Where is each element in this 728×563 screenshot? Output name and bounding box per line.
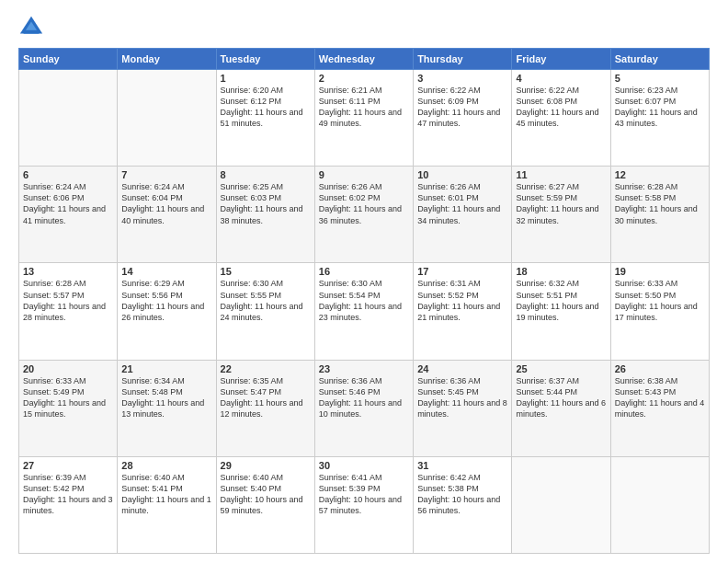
- calendar-cell: 27Sunrise: 6:39 AM Sunset: 5:42 PM Dayli…: [19, 456, 118, 553]
- calendar-week-2: 6Sunrise: 6:24 AM Sunset: 6:06 PM Daylig…: [19, 167, 710, 263]
- calendar-cell: 13Sunrise: 6:28 AM Sunset: 5:57 PM Dayli…: [19, 263, 118, 360]
- calendar-cell: 31Sunrise: 6:42 AM Sunset: 5:38 PM Dayli…: [414, 456, 512, 553]
- day-number: 30: [319, 460, 409, 471]
- day-info: Sunrise: 6:39 AM Sunset: 5:42 PM Dayligh…: [23, 472, 113, 517]
- calendar-cell: 10Sunrise: 6:26 AM Sunset: 6:01 PM Dayli…: [414, 167, 512, 263]
- day-info: Sunrise: 6:36 AM Sunset: 5:45 PM Dayligh…: [417, 375, 507, 420]
- day-info: Sunrise: 6:26 AM Sunset: 6:02 PM Dayligh…: [319, 181, 409, 226]
- day-info: Sunrise: 6:25 AM Sunset: 6:03 PM Dayligh…: [221, 181, 311, 226]
- calendar-cell: 14Sunrise: 6:29 AM Sunset: 5:56 PM Dayli…: [118, 263, 216, 360]
- day-number: 11: [516, 169, 606, 180]
- day-number: 28: [121, 460, 211, 471]
- day-number: 3: [417, 73, 507, 84]
- day-info: Sunrise: 6:23 AM Sunset: 6:07 PM Dayligh…: [615, 85, 705, 130]
- calendar-cell: [512, 456, 610, 553]
- day-info: Sunrise: 6:37 AM Sunset: 5:44 PM Dayligh…: [516, 375, 606, 420]
- calendar-header-row: SundayMondayTuesdayWednesdayThursdayFrid…: [19, 49, 710, 70]
- day-number: 29: [221, 460, 311, 471]
- day-number: 12: [615, 169, 705, 180]
- day-info: Sunrise: 6:28 AM Sunset: 5:57 PM Dayligh…: [23, 278, 113, 323]
- day-number: 31: [417, 460, 507, 471]
- day-info: Sunrise: 6:27 AM Sunset: 5:59 PM Dayligh…: [516, 181, 606, 226]
- day-info: Sunrise: 6:36 AM Sunset: 5:46 PM Dayligh…: [319, 375, 409, 420]
- day-info: Sunrise: 6:21 AM Sunset: 6:11 PM Dayligh…: [319, 85, 409, 130]
- day-number: 18: [516, 266, 606, 277]
- day-number: 2: [319, 73, 409, 84]
- svg-rect-2: [24, 30, 40, 34]
- calendar-cell: 9Sunrise: 6:26 AM Sunset: 6:02 PM Daylig…: [314, 167, 413, 263]
- calendar-cell: [610, 456, 709, 553]
- day-info: Sunrise: 6:22 AM Sunset: 6:09 PM Dayligh…: [417, 85, 507, 130]
- calendar-cell: 26Sunrise: 6:38 AM Sunset: 5:43 PM Dayli…: [610, 360, 709, 456]
- day-info: Sunrise: 6:32 AM Sunset: 5:51 PM Dayligh…: [516, 278, 606, 323]
- day-info: Sunrise: 6:30 AM Sunset: 5:55 PM Dayligh…: [221, 278, 311, 323]
- calendar-cell: 8Sunrise: 6:25 AM Sunset: 6:03 PM Daylig…: [216, 167, 314, 263]
- calendar-cell: 7Sunrise: 6:24 AM Sunset: 6:04 PM Daylig…: [118, 167, 216, 263]
- day-number: 1: [221, 73, 311, 84]
- calendar-cell: 25Sunrise: 6:37 AM Sunset: 5:44 PM Dayli…: [512, 360, 610, 456]
- day-number: 13: [23, 266, 113, 277]
- calendar-cell: [19, 70, 118, 167]
- calendar-cell: 30Sunrise: 6:41 AM Sunset: 5:39 PM Dayli…: [314, 456, 413, 553]
- calendar-cell: 1Sunrise: 6:20 AM Sunset: 6:12 PM Daylig…: [216, 70, 314, 167]
- day-info: Sunrise: 6:41 AM Sunset: 5:39 PM Dayligh…: [319, 472, 409, 517]
- calendar-cell: 11Sunrise: 6:27 AM Sunset: 5:59 PM Dayli…: [512, 167, 610, 263]
- calendar-cell: 18Sunrise: 6:32 AM Sunset: 5:51 PM Dayli…: [512, 263, 610, 360]
- calendar-cell: 29Sunrise: 6:40 AM Sunset: 5:40 PM Dayli…: [216, 456, 314, 553]
- day-info: Sunrise: 6:33 AM Sunset: 5:49 PM Dayligh…: [23, 375, 113, 420]
- calendar-header-thursday: Thursday: [414, 49, 512, 70]
- day-number: 15: [221, 266, 311, 277]
- calendar-cell: 17Sunrise: 6:31 AM Sunset: 5:52 PM Dayli…: [414, 263, 512, 360]
- day-info: Sunrise: 6:24 AM Sunset: 6:04 PM Dayligh…: [121, 181, 211, 226]
- day-number: 6: [23, 169, 113, 180]
- day-info: Sunrise: 6:26 AM Sunset: 6:01 PM Dayligh…: [417, 181, 507, 226]
- day-number: 7: [121, 169, 211, 180]
- calendar-cell: 15Sunrise: 6:30 AM Sunset: 5:55 PM Dayli…: [216, 263, 314, 360]
- day-info: Sunrise: 6:28 AM Sunset: 5:58 PM Dayligh…: [615, 181, 705, 226]
- calendar-cell: 5Sunrise: 6:23 AM Sunset: 6:07 PM Daylig…: [610, 70, 709, 167]
- day-info: Sunrise: 6:22 AM Sunset: 6:08 PM Dayligh…: [516, 85, 606, 130]
- day-info: Sunrise: 6:24 AM Sunset: 6:06 PM Dayligh…: [23, 181, 113, 226]
- calendar-cell: 2Sunrise: 6:21 AM Sunset: 6:11 PM Daylig…: [314, 70, 413, 167]
- calendar-table: SundayMondayTuesdayWednesdayThursdayFrid…: [18, 48, 710, 554]
- day-number: 9: [319, 169, 409, 180]
- calendar-header-wednesday: Wednesday: [314, 49, 413, 70]
- calendar-header-sunday: Sunday: [19, 49, 118, 70]
- calendar-header-saturday: Saturday: [610, 49, 709, 70]
- calendar-cell: 16Sunrise: 6:30 AM Sunset: 5:54 PM Dayli…: [314, 263, 413, 360]
- day-number: 23: [319, 363, 409, 374]
- day-info: Sunrise: 6:33 AM Sunset: 5:50 PM Dayligh…: [615, 278, 705, 323]
- day-number: 4: [516, 73, 606, 84]
- calendar-cell: 23Sunrise: 6:36 AM Sunset: 5:46 PM Dayli…: [314, 360, 413, 456]
- calendar-cell: 20Sunrise: 6:33 AM Sunset: 5:49 PM Dayli…: [19, 360, 118, 456]
- day-number: 25: [516, 363, 606, 374]
- page: SundayMondayTuesdayWednesdayThursdayFrid…: [0, 0, 728, 563]
- calendar-header-monday: Monday: [118, 49, 216, 70]
- logo: [18, 15, 48, 40]
- calendar-week-3: 13Sunrise: 6:28 AM Sunset: 5:57 PM Dayli…: [19, 263, 710, 360]
- day-info: Sunrise: 6:30 AM Sunset: 5:54 PM Dayligh…: [319, 278, 409, 323]
- day-number: 24: [417, 363, 507, 374]
- calendar-week-4: 20Sunrise: 6:33 AM Sunset: 5:49 PM Dayli…: [19, 360, 710, 456]
- calendar-week-5: 27Sunrise: 6:39 AM Sunset: 5:42 PM Dayli…: [19, 456, 710, 553]
- calendar-cell: 28Sunrise: 6:40 AM Sunset: 5:41 PM Dayli…: [118, 456, 216, 553]
- calendar-cell: 19Sunrise: 6:33 AM Sunset: 5:50 PM Dayli…: [610, 263, 709, 360]
- logo-icon: [18, 15, 44, 40]
- day-number: 10: [417, 169, 507, 180]
- day-info: Sunrise: 6:34 AM Sunset: 5:48 PM Dayligh…: [121, 375, 211, 420]
- day-number: 26: [615, 363, 705, 374]
- day-number: 22: [221, 363, 311, 374]
- day-number: 19: [615, 266, 705, 277]
- day-info: Sunrise: 6:20 AM Sunset: 6:12 PM Dayligh…: [221, 85, 311, 130]
- calendar-header-tuesday: Tuesday: [216, 49, 314, 70]
- day-number: 5: [615, 73, 705, 84]
- day-number: 21: [121, 363, 211, 374]
- day-info: Sunrise: 6:35 AM Sunset: 5:47 PM Dayligh…: [221, 375, 311, 420]
- calendar-cell: 6Sunrise: 6:24 AM Sunset: 6:06 PM Daylig…: [19, 167, 118, 263]
- day-info: Sunrise: 6:31 AM Sunset: 5:52 PM Dayligh…: [417, 278, 507, 323]
- calendar-cell: 12Sunrise: 6:28 AM Sunset: 5:58 PM Dayli…: [610, 167, 709, 263]
- calendar-cell: 21Sunrise: 6:34 AM Sunset: 5:48 PM Dayli…: [118, 360, 216, 456]
- calendar-cell: 24Sunrise: 6:36 AM Sunset: 5:45 PM Dayli…: [414, 360, 512, 456]
- calendar-header-friday: Friday: [512, 49, 610, 70]
- day-number: 8: [221, 169, 311, 180]
